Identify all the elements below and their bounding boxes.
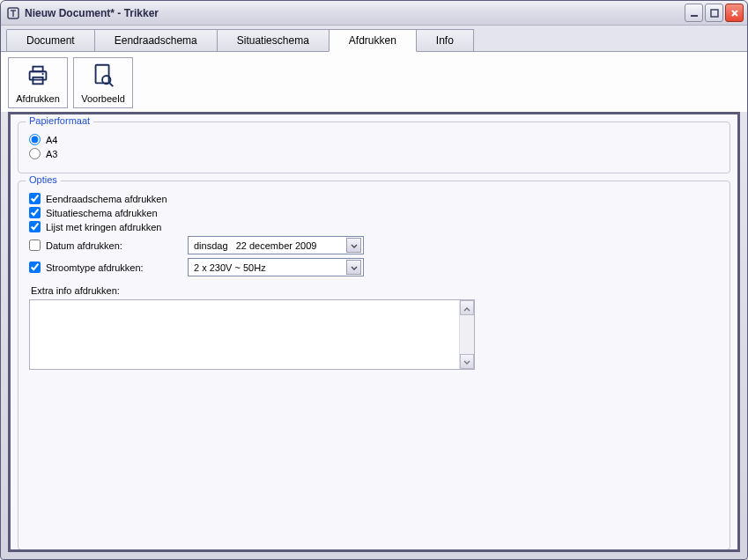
svg-rect-2	[711, 10, 718, 17]
check-eendraad-label: Eendraadschema afdrukken	[46, 194, 167, 204]
check-datum-input[interactable]	[29, 239, 41, 251]
extra-info-textarea[interactable]	[30, 300, 459, 369]
print-button[interactable]: Afdrukken	[8, 57, 68, 108]
group-opties: Opties Eendraadschema afdrukken Situatie…	[18, 181, 730, 550]
check-situatie-input[interactable]	[29, 207, 41, 218]
papierformaat-legend: Papierformaat	[26, 115, 93, 126]
radio-a4-input[interactable]	[29, 134, 41, 145]
svg-rect-4	[33, 67, 42, 72]
radio-a3-label: A3	[46, 149, 57, 159]
date-picker[interactable]: dinsdag 22 december 2009	[188, 236, 364, 254]
content-frame: Papierformaat A4 A3 Opties Eendraadschem…	[8, 112, 740, 552]
tab-situatieschema[interactable]: Situatieschema	[217, 29, 330, 51]
date-picker-value: dinsdag 22 december 2009	[194, 240, 346, 251]
radio-a3-input[interactable]	[29, 148, 41, 159]
check-situatie[interactable]: Situatieschema afdrukken	[29, 207, 719, 218]
titlebar: Nieuw Document* - Trikker	[1, 1, 747, 26]
check-eendraad[interactable]: Eendraadschema afdrukken	[29, 193, 719, 204]
row-stroom: Stroomtype afdrukken: 2 x 230V ~ 50Hz	[29, 258, 719, 276]
scroll-up-button[interactable]	[460, 300, 474, 315]
opties-legend: Opties	[26, 174, 61, 185]
tab-bar: Document Eendraadschema Situatieschema A…	[1, 26, 747, 52]
tab-afdrukken[interactable]: Afdrukken	[329, 29, 417, 52]
radio-a3[interactable]: A3	[29, 148, 719, 159]
tab-document[interactable]: Document	[6, 29, 95, 51]
app-icon	[6, 6, 20, 20]
close-button[interactable]	[725, 4, 744, 22]
check-eendraad-input[interactable]	[29, 193, 41, 204]
preview-button[interactable]: Voorbeeld	[73, 57, 133, 108]
maximize-button[interactable]	[705, 4, 723, 22]
tab-info[interactable]: Info	[416, 29, 474, 51]
svg-rect-1	[691, 15, 698, 17]
chevron-down-icon	[351, 240, 358, 251]
chevron-down-icon	[351, 262, 358, 273]
check-situatie-label: Situatieschema afdrukken	[46, 208, 158, 218]
radio-a4-label: A4	[46, 135, 57, 145]
stroom-select-button[interactable]	[346, 260, 361, 275]
printer-icon	[25, 62, 51, 90]
minimize-button[interactable]	[685, 4, 703, 22]
check-stroom-label: Stroomtype afdrukken:	[46, 262, 144, 273]
stroom-select[interactable]: 2 x 230V ~ 50Hz	[188, 258, 364, 276]
stroom-select-value: 2 x 230V ~ 50Hz	[194, 262, 346, 273]
toolbar: Afdrukken Voorbeeld	[1, 52, 747, 112]
radio-a4[interactable]: A4	[29, 134, 719, 145]
check-datum[interactable]: Datum afdrukken:	[29, 239, 188, 251]
check-stroom[interactable]: Stroomtype afdrukken:	[29, 262, 188, 273]
extra-info-label: Extra info afdrukken:	[31, 285, 719, 296]
extra-info-field	[29, 299, 475, 370]
app-window: Nieuw Document* - Trikker Document Eendr…	[0, 0, 748, 560]
textarea-scrollbar[interactable]	[459, 300, 474, 369]
preview-icon	[90, 62, 116, 90]
tab-eendraadschema[interactable]: Eendraadschema	[94, 29, 218, 51]
preview-button-label: Voorbeeld	[81, 93, 125, 104]
window-controls	[685, 4, 744, 22]
window-title: Nieuw Document* - Trikker	[25, 7, 685, 19]
print-button-label: Afdrukken	[16, 93, 60, 104]
row-datum: Datum afdrukken: dinsdag 22 december 200…	[29, 236, 719, 254]
chevron-down-icon	[463, 357, 470, 367]
check-kringen[interactable]: Lijst met kringen afdrukken	[29, 221, 719, 232]
check-stroom-input[interactable]	[29, 262, 41, 273]
scroll-down-button[interactable]	[460, 354, 474, 369]
check-kringen-label: Lijst met kringen afdrukken	[46, 222, 161, 232]
check-kringen-input[interactable]	[29, 221, 41, 232]
chevron-up-icon	[463, 303, 470, 313]
svg-point-6	[42, 73, 44, 75]
group-papierformaat: Papierformaat A4 A3	[18, 122, 730, 173]
check-datum-label: Datum afdrukken:	[46, 240, 122, 251]
date-picker-button[interactable]	[346, 238, 361, 253]
